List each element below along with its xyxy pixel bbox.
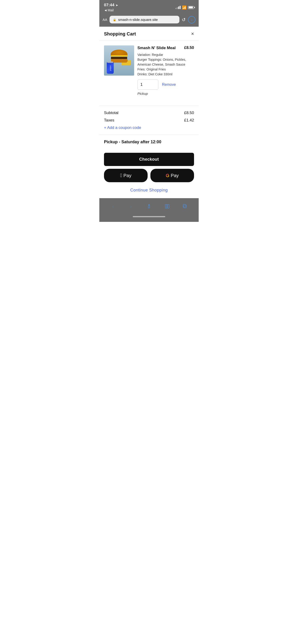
pickup-section: Pickup - Saturday after 12:00 <box>99 135 199 144</box>
quantity-input[interactable] <box>137 80 158 90</box>
google-g-icon: G <box>166 173 169 178</box>
apple-pay-button[interactable]:  Pay <box>104 169 148 182</box>
cart-title: Shopping Cart <box>104 31 136 37</box>
coupon-button[interactable]: + Add a coupon code <box>104 126 194 130</box>
cart-item: pepsi Smash N' Slide Meal £8.50 Variatio… <box>104 46 194 96</box>
wifi-icon: 📶 <box>182 5 187 10</box>
fries-label: Fries: Original Fries <box>137 67 194 72</box>
continue-shopping-button[interactable]: Continue Shopping <box>104 186 194 194</box>
cart-content: pepsi Smash N' Slide Meal £8.50 Variatio… <box>99 41 199 105</box>
cart-header: Shopping Cart × <box>99 27 199 41</box>
toppings-label: Burger Toppings: Onions, Pickles, Americ… <box>137 57 194 67</box>
mail-back-label: Mail <box>108 8 114 12</box>
checkout-button[interactable]: Checkout <box>104 153 194 166</box>
download-button[interactable]: ↓ <box>188 16 195 24</box>
drinks-label: Drinks: Diet Coke 330ml <box>137 72 194 77</box>
location-arrow-icon: ➤ <box>116 4 118 7</box>
subtotal-label: Subtotal <box>104 110 118 115</box>
item-name: Smash N' Slide Meal <box>137 46 176 50</box>
totals-section: Subtotal £8.50 Taxes £1.42 + Add a coupo… <box>99 110 199 130</box>
status-bar: 07:44 ➤ ◄ Mail 📶 <box>99 0 199 14</box>
item-variations: Variation: Regular Burger Toppings: Onio… <box>137 52 194 77</box>
subtotal-row: Subtotal £8.50 <box>104 110 194 115</box>
url-bar[interactable]: 🔒 smash-n-slide.square.site <box>110 16 179 24</box>
item-price: £8.50 <box>184 46 194 50</box>
google-pay-button[interactable]: G Pay <box>150 169 194 182</box>
apple-pay-label: Pay <box>123 173 131 178</box>
taxes-label: Taxes <box>104 118 114 123</box>
pickup-info: Pickup - Saturday after 12:00 <box>104 140 194 144</box>
subtotal-value: £8.50 <box>184 110 194 115</box>
share-button[interactable] <box>144 201 154 212</box>
home-bar <box>133 216 165 217</box>
fulfillment-label: Pickup <box>137 92 194 96</box>
url-text: smash-n-slide.square.site <box>118 18 176 22</box>
back-button[interactable]: ‹ <box>108 201 118 212</box>
bottom-browser-bar: ‹ › <box>99 198 199 214</box>
bookmarks-button[interactable] <box>162 201 172 212</box>
quantity-row: Remove <box>137 80 194 90</box>
svg-rect-4 <box>183 204 186 207</box>
svg-rect-3 <box>184 205 186 208</box>
item-details: Smash N' Slide Meal £8.50 Variation: Reg… <box>137 46 194 96</box>
drink-can: pepsi <box>107 62 114 74</box>
battery-icon <box>188 6 194 9</box>
remove-button[interactable]: Remove <box>162 82 176 87</box>
close-button[interactable]: × <box>191 31 194 37</box>
lock-icon: 🔒 <box>113 18 116 21</box>
home-indicator <box>99 214 199 222</box>
svg-rect-2 <box>167 204 169 208</box>
svg-rect-1 <box>165 204 167 208</box>
signal-icon <box>175 6 181 9</box>
buttons-section: Checkout  Pay G Pay Continue Shopping <box>99 149 199 198</box>
status-icons: 📶 <box>175 5 194 10</box>
item-image: pepsi <box>104 46 134 76</box>
tabs-button[interactable] <box>180 201 190 212</box>
svg-rect-0 <box>148 206 150 208</box>
refresh-button[interactable]: ↺ <box>182 17 186 22</box>
taxes-row: Taxes £1.42 <box>104 118 194 123</box>
browser-bar: AA 🔒 smash-n-slide.square.site ↺ ↓ <box>99 14 199 27</box>
pay-buttons-row:  Pay G Pay <box>104 169 194 182</box>
cart-divider <box>99 106 199 106</box>
text-size-button[interactable]: AA <box>103 18 107 22</box>
variation-label: Variation: Regular <box>137 52 194 57</box>
apple-logo-icon:  <box>120 172 122 178</box>
mail-back-button[interactable]: ◄ Mail <box>104 8 118 12</box>
google-pay-label: Pay <box>171 173 179 178</box>
status-time: 07:44 <box>104 3 114 8</box>
forward-button[interactable]: › <box>126 201 136 212</box>
taxes-value: £1.42 <box>184 118 194 123</box>
